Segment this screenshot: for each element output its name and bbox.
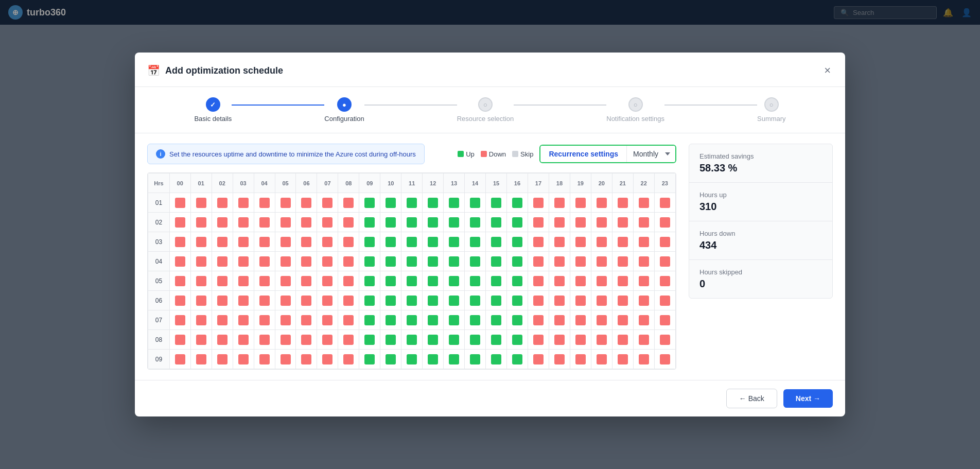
cell-03-14[interactable]	[465, 232, 486, 252]
cell-07-17[interactable]	[528, 310, 549, 330]
cell-01-7[interactable]	[317, 193, 338, 213]
cell-07-3[interactable]	[233, 310, 254, 330]
cell-01-5[interactable]	[275, 193, 296, 213]
cell-02-9[interactable]	[359, 213, 380, 232]
cell-08-15[interactable]	[486, 330, 507, 350]
cell-01-14[interactable]	[465, 193, 486, 213]
cell-07-0[interactable]	[169, 310, 190, 330]
cell-04-9[interactable]	[359, 252, 380, 271]
cell-04-19[interactable]	[570, 252, 591, 271]
cell-08-2[interactable]	[212, 330, 233, 350]
cell-06-4[interactable]	[254, 291, 275, 310]
cell-04-16[interactable]	[507, 252, 528, 271]
cell-08-11[interactable]	[401, 330, 423, 350]
cell-04-1[interactable]	[190, 252, 212, 271]
cell-03-18[interactable]	[549, 232, 570, 252]
cell-02-19[interactable]	[570, 213, 591, 232]
cell-07-12[interactable]	[423, 310, 444, 330]
cell-06-20[interactable]	[591, 291, 612, 310]
cell-06-16[interactable]	[507, 291, 528, 310]
cell-05-20[interactable]	[591, 271, 612, 291]
cell-03-15[interactable]	[486, 232, 507, 252]
cell-07-7[interactable]	[317, 310, 338, 330]
cell-02-7[interactable]	[317, 213, 338, 232]
cell-07-11[interactable]	[401, 310, 423, 330]
cell-01-16[interactable]	[507, 193, 528, 213]
cell-06-13[interactable]	[444, 291, 465, 310]
cell-05-18[interactable]	[549, 271, 570, 291]
cell-01-11[interactable]	[401, 193, 423, 213]
cell-03-19[interactable]	[570, 232, 591, 252]
cell-09-23[interactable]	[654, 350, 675, 369]
cell-06-7[interactable]	[317, 291, 338, 310]
cell-01-2[interactable]	[212, 193, 233, 213]
cell-09-5[interactable]	[275, 350, 296, 369]
cell-03-13[interactable]	[444, 232, 465, 252]
cell-06-22[interactable]	[633, 291, 654, 310]
cell-04-20[interactable]	[591, 252, 612, 271]
cell-06-12[interactable]	[423, 291, 444, 310]
cell-02-20[interactable]	[591, 213, 612, 232]
cell-02-8[interactable]	[338, 213, 359, 232]
cell-02-23[interactable]	[654, 213, 675, 232]
cell-04-15[interactable]	[486, 252, 507, 271]
cell-09-12[interactable]	[423, 350, 444, 369]
cell-03-16[interactable]	[507, 232, 528, 252]
cell-04-2[interactable]	[212, 252, 233, 271]
cell-02-2[interactable]	[212, 213, 233, 232]
cell-04-8[interactable]	[338, 252, 359, 271]
cell-09-1[interactable]	[190, 350, 212, 369]
cell-01-22[interactable]	[633, 193, 654, 213]
cell-04-3[interactable]	[233, 252, 254, 271]
cell-09-18[interactable]	[549, 350, 570, 369]
cell-07-23[interactable]	[654, 310, 675, 330]
cell-09-7[interactable]	[317, 350, 338, 369]
cell-05-7[interactable]	[317, 271, 338, 291]
cell-06-11[interactable]	[401, 291, 423, 310]
cell-05-9[interactable]	[359, 271, 380, 291]
cell-05-15[interactable]	[486, 271, 507, 291]
cell-07-8[interactable]	[338, 310, 359, 330]
cell-05-12[interactable]	[423, 271, 444, 291]
cell-08-18[interactable]	[549, 330, 570, 350]
cell-09-14[interactable]	[465, 350, 486, 369]
cell-09-15[interactable]	[486, 350, 507, 369]
cell-02-5[interactable]	[275, 213, 296, 232]
cell-01-9[interactable]	[359, 193, 380, 213]
cell-02-6[interactable]	[296, 213, 317, 232]
cell-04-6[interactable]	[296, 252, 317, 271]
cell-07-16[interactable]	[507, 310, 528, 330]
cell-04-13[interactable]	[444, 252, 465, 271]
cell-03-2[interactable]	[212, 232, 233, 252]
cell-04-23[interactable]	[654, 252, 675, 271]
cell-05-1[interactable]	[190, 271, 212, 291]
cell-05-17[interactable]	[528, 271, 549, 291]
cell-01-21[interactable]	[612, 193, 633, 213]
cell-09-8[interactable]	[338, 350, 359, 369]
cell-02-12[interactable]	[423, 213, 444, 232]
cell-06-18[interactable]	[549, 291, 570, 310]
cell-08-3[interactable]	[233, 330, 254, 350]
cell-01-23[interactable]	[654, 193, 675, 213]
cell-02-4[interactable]	[254, 213, 275, 232]
cell-05-23[interactable]	[654, 271, 675, 291]
cell-02-14[interactable]	[465, 213, 486, 232]
cell-07-9[interactable]	[359, 310, 380, 330]
cell-06-5[interactable]	[275, 291, 296, 310]
cell-08-7[interactable]	[317, 330, 338, 350]
cell-07-2[interactable]	[212, 310, 233, 330]
cell-09-6[interactable]	[296, 350, 317, 369]
cell-03-9[interactable]	[359, 232, 380, 252]
cell-04-22[interactable]	[633, 252, 654, 271]
cell-04-4[interactable]	[254, 252, 275, 271]
cell-06-23[interactable]	[654, 291, 675, 310]
cell-05-6[interactable]	[296, 271, 317, 291]
cell-05-5[interactable]	[275, 271, 296, 291]
cell-04-10[interactable]	[380, 252, 401, 271]
cell-02-18[interactable]	[549, 213, 570, 232]
cell-05-8[interactable]	[338, 271, 359, 291]
cell-05-11[interactable]	[401, 271, 423, 291]
cell-07-22[interactable]	[633, 310, 654, 330]
cell-08-8[interactable]	[338, 330, 359, 350]
cell-08-10[interactable]	[380, 330, 401, 350]
